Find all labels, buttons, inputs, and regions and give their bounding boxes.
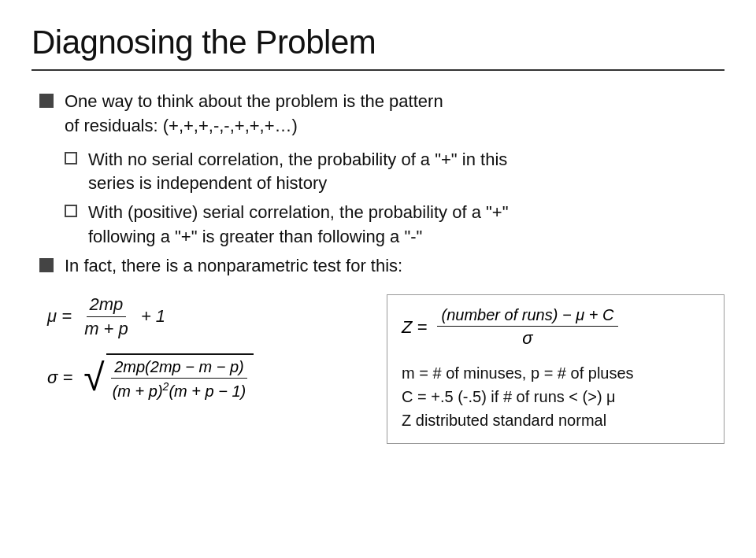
- bullet-outline-icon-1: [65, 152, 77, 164]
- sigma-formula: σ = √ 2mp(2mp − m − p) (m + p)2(m + p − …: [47, 353, 355, 404]
- bullet-main-1: One way to think about the problem is th…: [39, 90, 724, 139]
- mu-numerator: 2mp: [87, 294, 127, 317]
- math-left: μ = 2mp m + p + 1 σ = √ 2mp(2mp − m: [39, 294, 355, 404]
- bullet-main-2: In fact, there is a nonparametric test f…: [39, 254, 724, 279]
- sigma-fraction: 2mp(2mp − m − p) (m + p)2(m + p − 1): [109, 358, 250, 401]
- info-line-2: C = +.5 (-.5) if # of runs < (>) μ: [402, 385, 710, 408]
- info-line-3: Z distributed standard normal: [402, 408, 710, 432]
- sub-bullet-text-2: With (positive) serial correlation, the …: [88, 201, 508, 249]
- info-box: m = # of minuses, p = # of pluses C = +.…: [402, 361, 710, 432]
- sub-bullet-text-1: With no serial correlation, the probabil…: [88, 148, 507, 197]
- bullet-text-2: In fact, there is a nonparametric test f…: [65, 254, 402, 279]
- mu-denominator: m + p: [81, 317, 132, 339]
- sub-bullets: With no serial correlation, the probabil…: [39, 148, 724, 249]
- title-section: Diagnosing the Problem: [32, 24, 724, 71]
- mu-plus-one: + 1: [136, 306, 165, 327]
- mu-label: μ =: [47, 306, 76, 327]
- math-right-box: Z = (number of runs) − μ + C σ m = # of …: [387, 294, 724, 444]
- sigma-numerator: 2mp(2mp − m − p): [111, 358, 247, 379]
- slide-title: Diagnosing the Problem: [32, 24, 724, 61]
- sqrt-wrapper: √ 2mp(2mp − m − p) (m + p)2(m + p − 1): [83, 353, 254, 404]
- bullet-square-icon-1: [39, 94, 54, 108]
- info-line-1: m = # of minuses, p = # of pluses: [402, 361, 710, 385]
- sub-bullet-1: With no serial correlation, the probabil…: [65, 148, 724, 197]
- content-area: One way to think about the problem is th…: [32, 90, 724, 444]
- bullet-outline-icon-2: [65, 205, 77, 217]
- slide-container: Diagnosing the Problem One way to think …: [32, 24, 724, 542]
- sqrt-content: 2mp(2mp − m − p) (m + p)2(m + p − 1): [106, 353, 254, 404]
- z-fraction: (number of runs) − μ + C σ: [437, 306, 619, 349]
- sub-bullet-2: With (positive) serial correlation, the …: [65, 201, 724, 249]
- sigma-label: σ =: [47, 368, 77, 388]
- z-label: Z =: [402, 317, 432, 338]
- z-formula: Z = (number of runs) − μ + C σ: [402, 306, 710, 349]
- sqrt-symbol: √: [83, 359, 104, 397]
- bullet-square-icon-2: [39, 258, 54, 272]
- z-denominator: σ: [517, 327, 537, 349]
- mu-fraction: 2mp m + p: [81, 294, 132, 339]
- mu-formula: μ = 2mp m + p + 1: [47, 294, 355, 339]
- math-section: μ = 2mp m + p + 1 σ = √ 2mp(2mp − m: [39, 294, 724, 444]
- z-numerator: (number of runs) − μ + C: [437, 306, 619, 327]
- bullet-text-1: One way to think about the problem is th…: [65, 90, 443, 139]
- sigma-denominator: (m + p)2(m + p − 1): [109, 379, 250, 401]
